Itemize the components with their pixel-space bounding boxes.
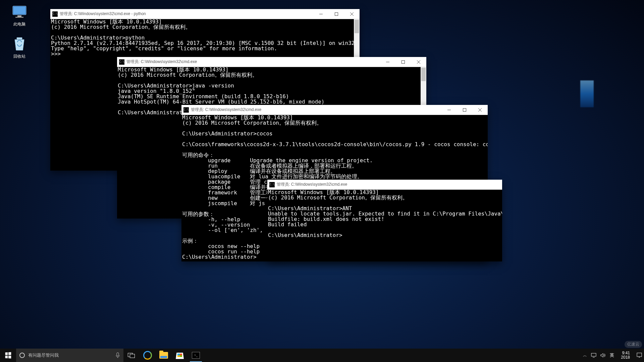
- decorative-light: [580, 80, 594, 107]
- terminal-body[interactable]: Microsoft Windows [版本 10.0.14393] (c) 20…: [267, 190, 502, 261]
- clock-date: 2018: [621, 355, 630, 360]
- ime-indicator[interactable]: 英: [610, 352, 614, 358]
- window-title: 管理员: C:\Windows\system32\cmd.exe: [126, 59, 197, 65]
- svg-rect-14: [463, 108, 466, 111]
- maximize-button[interactable]: [395, 57, 411, 67]
- minimize-button[interactable]: [441, 105, 457, 115]
- cortana-search[interactable]: 有问题尽管问我: [16, 349, 123, 362]
- minimize-button[interactable]: [380, 57, 395, 67]
- titlebar[interactable]: 管理员: C:\Windows\system32\cmd.exe: [267, 180, 502, 190]
- titlebar[interactable]: 管理员: C:\Windows\system32\cmd.exe - pytho…: [50, 9, 360, 19]
- taskbar-store[interactable]: [172, 349, 188, 362]
- network-icon[interactable]: [591, 353, 596, 358]
- svg-rect-10: [402, 60, 405, 63]
- cmd-icon: [119, 59, 124, 65]
- terminal-output: Microsoft Windows [版本 10.0.14393] (c) 20…: [51, 19, 355, 57]
- cmd-icon: [192, 352, 200, 359]
- cortana-icon: [19, 353, 25, 358]
- start-button[interactable]: [0, 349, 16, 362]
- maximize-button[interactable]: [329, 9, 344, 19]
- watermark: 亿速云: [625, 341, 642, 348]
- svg-rect-20: [591, 353, 596, 356]
- taskbar-edge[interactable]: [140, 349, 156, 362]
- close-button[interactable]: [472, 105, 488, 115]
- close-button[interactable]: [411, 57, 426, 67]
- this-pc-label: 此电脑: [6, 21, 33, 27]
- task-view-button[interactable]: [123, 349, 140, 362]
- svg-rect-19: [130, 354, 135, 358]
- tray-chevron-icon[interactable]: ︿: [583, 353, 587, 358]
- volume-icon[interactable]: [600, 353, 606, 358]
- taskbar-cmd[interactable]: [188, 349, 204, 362]
- task-view-icon: [128, 352, 135, 358]
- svg-rect-2: [17, 15, 21, 17]
- taskbar: 有问题尽管问我 ︿ 英 9:41 2018: [0, 349, 644, 362]
- window-title: 管理员: C:\Windows\system32\cmd.exe - pytho…: [60, 11, 146, 17]
- edge-icon: [143, 351, 152, 360]
- recycle-bin-label: 回收站: [6, 54, 33, 59]
- cmd-icon: [183, 107, 189, 113]
- notifications-icon[interactable]: [637, 353, 642, 358]
- cmd-icon: [269, 182, 275, 187]
- titlebar[interactable]: 管理员: C:\Windows\system32\cmd.exe: [117, 57, 426, 67]
- recycle-bin-icon[interactable]: 回收站: [6, 36, 33, 59]
- taskbar-explorer[interactable]: [156, 349, 172, 362]
- this-pc-icon[interactable]: 此电脑: [6, 4, 33, 27]
- cmd-icon: [52, 11, 58, 17]
- cmd-window-ant[interactable]: 管理员: C:\Windows\system32\cmd.exe Microso…: [267, 180, 502, 261]
- svg-rect-6: [335, 12, 338, 15]
- trash-icon: [11, 36, 28, 52]
- svg-rect-17: [117, 353, 119, 356]
- clock[interactable]: 9:41 2018: [618, 351, 633, 360]
- search-placeholder: 有问题尽管问我: [28, 352, 59, 358]
- system-tray: ︿ 英 9:41 2018: [581, 349, 644, 362]
- terminal-output: Microsoft Windows [版本 10.0.14393] (c) 20…: [268, 190, 502, 238]
- windows-logo-icon: [5, 352, 11, 359]
- svg-rect-4: [17, 38, 22, 39]
- window-title: 管理员: C:\Windows\system32\cmd.exe: [191, 107, 261, 113]
- close-button[interactable]: [344, 9, 360, 19]
- store-icon: [176, 352, 184, 359]
- svg-rect-22: [637, 353, 642, 357]
- mic-icon[interactable]: [115, 352, 120, 358]
- maximize-button[interactable]: [457, 105, 472, 115]
- svg-rect-1: [13, 7, 25, 14]
- svg-rect-3: [15, 17, 23, 18]
- window-title: 管理员: C:\Windows\system32\cmd.exe: [277, 182, 347, 187]
- folder-icon: [159, 352, 168, 359]
- computer-icon: [11, 4, 28, 20]
- titlebar[interactable]: 管理员: C:\Windows\system32\cmd.exe: [181, 105, 488, 115]
- minimize-button[interactable]: [313, 9, 329, 19]
